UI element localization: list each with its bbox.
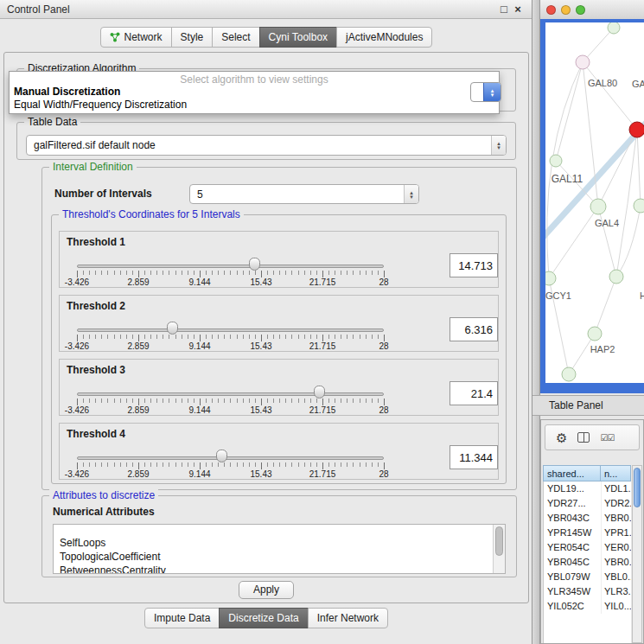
cell-name[interactable]: YDL1... bbox=[602, 481, 631, 496]
threshold-3-slider-thumb[interactable] bbox=[314, 386, 325, 399]
cell-name[interactable]: YPR1... bbox=[602, 526, 631, 540]
cell-shared-name[interactable]: YDR27... bbox=[544, 496, 602, 511]
close-window-icon[interactable]: × bbox=[511, 3, 525, 16]
scale-label: 21.715 bbox=[309, 469, 336, 479]
threshold-3-value-field[interactable] bbox=[450, 381, 498, 405]
table-row[interactable]: YPR145W YPR1... bbox=[544, 526, 631, 540]
minimize-traffic-light-icon[interactable] bbox=[561, 5, 571, 15]
table-data-combobox[interactable]: galFiltered.sif default node ▴ ▾ bbox=[26, 135, 507, 156]
threshold-3-slider-track[interactable] bbox=[77, 392, 384, 396]
cell-shared-name[interactable]: YPR145W bbox=[544, 526, 602, 540]
close-traffic-light-icon[interactable] bbox=[546, 5, 556, 15]
cell-name[interactable]: YBR0... bbox=[602, 511, 631, 526]
threshold-1-slider-track[interactable] bbox=[77, 265, 384, 268]
cell-name[interactable]: YIL0... bbox=[602, 599, 631, 614]
combobox-stepper-icon[interactable]: ▴ ▾ bbox=[483, 83, 501, 101]
table-row[interactable]: YDR27... YDR2... bbox=[544, 496, 631, 511]
tab-infer-network[interactable]: Infer Network bbox=[308, 608, 388, 628]
tab-jactivemnodules[interactable]: jActiveMNodules bbox=[336, 27, 432, 48]
network-node-gal80[interactable] bbox=[576, 55, 590, 69]
table-toolbar: ⚙ ☑☑ bbox=[545, 424, 640, 450]
checkbox-icon: ☑ bbox=[607, 433, 614, 443]
list-scrollbar[interactable] bbox=[493, 525, 505, 573]
table-row[interactable]: YBR045C YBR0... bbox=[544, 555, 631, 570]
threshold-2-slider-thumb[interactable] bbox=[167, 322, 178, 335]
apply-button[interactable]: Apply bbox=[239, 581, 294, 599]
network-node-hap2[interactable] bbox=[588, 327, 602, 341]
combobox-stepper-icon[interactable]: ▴ ▾ bbox=[491, 136, 506, 155]
table-row[interactable]: YBR043C YBR0... bbox=[544, 511, 631, 526]
scale-label: 21.715 bbox=[309, 341, 336, 351]
network-node[interactable] bbox=[562, 367, 576, 381]
table-body: YDL19... YDL1... YDR27... YDR2... YBR043… bbox=[543, 481, 631, 643]
table-row[interactable]: YDL19... YDL1... bbox=[544, 481, 631, 496]
cell-name[interactable]: YBR0... bbox=[602, 555, 631, 570]
gear-icon[interactable]: ⚙ bbox=[556, 431, 567, 444]
column-header-name[interactable]: n... bbox=[601, 465, 631, 481]
table-row[interactable]: YER054C YER0... bbox=[544, 540, 631, 555]
popup-item-manual-discretization[interactable]: Manual Discretization bbox=[10, 86, 499, 99]
tab-style[interactable]: Style bbox=[171, 27, 214, 48]
cell-shared-name[interactable]: YDL19... bbox=[544, 481, 602, 496]
network-node[interactable] bbox=[634, 199, 644, 213]
tab-network-label: Network bbox=[124, 31, 163, 43]
tab-discretize-data[interactable]: Discretize Data bbox=[219, 608, 308, 628]
cell-shared-name[interactable]: YLR345W bbox=[544, 584, 602, 599]
tab-select[interactable]: Select bbox=[212, 27, 259, 48]
cell-shared-name[interactable]: YBR043C bbox=[544, 511, 602, 526]
select-columns-checkboxes-icon[interactable]: ☑☑ bbox=[600, 433, 614, 443]
cell-name[interactable]: YLR3... bbox=[602, 584, 631, 599]
table-header-row: shared... n... bbox=[543, 465, 631, 481]
network-node-gcy1[interactable] bbox=[545, 271, 556, 285]
table-scrollbar-thumb[interactable] bbox=[634, 468, 641, 507]
spinner-down-icon: ▾ bbox=[410, 194, 413, 199]
cell-shared-name[interactable]: YBL079W bbox=[544, 570, 602, 584]
zoom-traffic-light-icon[interactable] bbox=[576, 5, 585, 15]
network-node[interactable] bbox=[550, 155, 562, 167]
scale-label: 9.144 bbox=[188, 469, 210, 479]
threshold-1-slider-thumb[interactable] bbox=[249, 258, 260, 271]
table-row[interactable]: YIL052C YIL0... bbox=[544, 599, 631, 614]
threshold-4-slider-thumb[interactable] bbox=[216, 450, 227, 462]
popup-item-equal-width-frequency[interactable]: Equal Width/Frequency Discretization bbox=[10, 99, 499, 112]
list-scrollbar-thumb[interactable] bbox=[495, 526, 503, 556]
thresholds-group: Threshold's Coordinates for 5 Intervals … bbox=[51, 214, 507, 484]
cell-shared-name[interactable]: YIL052C bbox=[544, 599, 602, 614]
algorithm-combobox-fragment[interactable]: ▴ ▾ bbox=[470, 82, 501, 102]
restore-window-icon[interactable]: □ bbox=[497, 3, 511, 16]
column-header-shared-name[interactable]: shared... bbox=[543, 465, 601, 481]
network-node[interactable] bbox=[608, 22, 620, 34]
network-node-gal4[interactable] bbox=[590, 199, 606, 214]
tab-style-label: Style bbox=[181, 31, 204, 43]
columns-icon[interactable] bbox=[577, 432, 590, 443]
threshold-2-value-field[interactable] bbox=[450, 317, 498, 341]
combobox-stepper-icon[interactable]: ▴ ▾ bbox=[404, 185, 418, 203]
network-node[interactable] bbox=[609, 270, 623, 284]
cell-shared-name[interactable]: YER054C bbox=[544, 540, 602, 555]
list-item-topologicalcoefficient[interactable]: TopologicalCoefficient bbox=[54, 550, 505, 564]
number-of-intervals-combobox[interactable]: 5 ▴ ▾ bbox=[189, 184, 419, 204]
cell-name[interactable]: YBL0... bbox=[602, 570, 631, 584]
threshold-1-value-field[interactable] bbox=[450, 253, 498, 277]
popup-placeholder-item[interactable]: Select algorithm to view settings bbox=[10, 72, 499, 86]
tab-cyni-toolbox[interactable]: Cyni Toolbox bbox=[259, 27, 337, 48]
threshold-4-value-field[interactable] bbox=[450, 445, 498, 469]
tab-impute-data[interactable]: Impute Data bbox=[144, 608, 220, 628]
thresholds-group-title: Threshold's Coordinates for 5 Intervals bbox=[59, 208, 244, 220]
list-item-betweennesscentrality[interactable]: BetweennessCentrality bbox=[54, 564, 505, 574]
threshold-2-slider-track[interactable] bbox=[77, 328, 384, 332]
network-canvas[interactable]: GAL80 GA GAL11 GAL4 GCY1 HAP2 H bbox=[545, 22, 644, 383]
cell-shared-name[interactable]: YBR045C bbox=[544, 555, 602, 570]
table-row[interactable]: YBL079W YBL0... bbox=[544, 570, 631, 584]
node-label-partial-ga: GA bbox=[632, 79, 644, 89]
table-scrollbar[interactable] bbox=[632, 465, 642, 643]
network-node-selected-red[interactable] bbox=[629, 122, 644, 137]
scale-label: 21.715 bbox=[309, 277, 336, 287]
cell-name[interactable]: YER0... bbox=[602, 540, 631, 555]
tab-network[interactable]: Network bbox=[100, 27, 172, 48]
list-item-selfloops[interactable]: SelfLoops bbox=[54, 536, 505, 550]
cell-name[interactable]: YDR2... bbox=[602, 496, 631, 511]
table-row[interactable]: YLR345W YLR3... bbox=[544, 584, 631, 599]
threshold-4-slider-track[interactable] bbox=[77, 456, 384, 460]
split-pane-divider[interactable] bbox=[532, 0, 540, 644]
